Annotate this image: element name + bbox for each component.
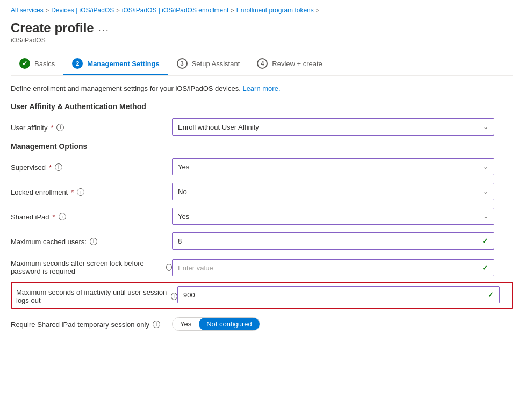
input-screen-lock[interactable]: Enter value ✓ <box>172 259 494 276</box>
required-star-locked: * <box>71 188 74 196</box>
label-locked-enrollment: Locked enrollment * i <box>11 187 172 196</box>
dropdown-locked-enrollment-arrow: ⌄ <box>483 188 489 195</box>
tab-basics-check-icon: ✓ <box>19 58 30 69</box>
toggle-yes-option[interactable]: Yes <box>173 318 199 330</box>
section-user-affinity-header: User Affinity & Authentication Method <box>11 102 513 111</box>
form-row-user-affinity: User affinity * i Enroll without User Af… <box>11 117 513 137</box>
control-user-affinity: Enroll without User Affinity ⌄ <box>172 118 494 136</box>
input-max-cached-users-value: 8 <box>178 237 182 245</box>
info-icon-max-cached-users[interactable]: i <box>90 238 97 245</box>
dropdown-user-affinity-arrow: ⌄ <box>483 123 489 131</box>
label-screen-lock: Maximum seconds after screen lock before… <box>11 256 172 275</box>
highlighted-row-inactivity: Maximum seconds of inactivity until user… <box>11 282 513 309</box>
label-user-affinity: User affinity * i <box>11 123 172 132</box>
control-max-cached-users: 8 ✓ <box>172 232 494 250</box>
learn-more-link[interactable]: Learn more. <box>242 84 280 92</box>
tab-management-label: Management Settings <box>87 60 159 68</box>
breadcrumb-sep-2: > <box>116 7 119 13</box>
label-temp-session: Require Shared iPad temporary session on… <box>11 319 172 329</box>
label-temp-session-text: Require Shared iPad temporary session on… <box>11 321 149 329</box>
description-text: Define enrollment and management setting… <box>11 84 241 92</box>
page-title-row: Create profile ... <box>11 20 513 35</box>
tab-management-number: 2 <box>72 58 83 69</box>
info-icon-temp-session[interactable]: i <box>153 321 160 328</box>
breadcrumb-sep-1: > <box>46 7 49 13</box>
label-max-cached-users-text: Maximum cached users: <box>11 238 87 246</box>
form-row-shared-ipad: Shared iPad * i Yes ⌄ <box>11 207 513 226</box>
control-inactivity: 900 ✓ <box>177 286 500 303</box>
tab-management[interactable]: 2 Management Settings <box>63 53 168 75</box>
dropdown-locked-enrollment-value: No <box>178 188 187 196</box>
breadcrumb-ios-enrollment[interactable]: iOS/iPadOS | iOS/iPadOS enrollment <box>122 6 229 14</box>
breadcrumb: All services > Devices | iOS/iPadOS > iO… <box>11 0 513 18</box>
dropdown-supervised[interactable]: Yes ⌄ <box>172 158 494 175</box>
toggle-not-configured-option[interactable]: Not configured <box>199 318 260 330</box>
dropdown-shared-ipad-value: Yes <box>178 212 189 220</box>
control-locked-enrollment: No ⌄ <box>172 183 494 200</box>
form-row-max-cached-users: Maximum cached users: i 8 ✓ <box>11 231 513 251</box>
input-inactivity-check: ✓ <box>487 290 494 299</box>
info-icon-screen-lock[interactable]: i <box>166 264 172 271</box>
info-icon-user-affinity[interactable]: i <box>56 124 64 131</box>
required-star-user-affinity: * <box>51 124 53 132</box>
tab-review-label: Review + create <box>272 60 322 68</box>
input-screen-lock-check: ✓ <box>482 264 489 272</box>
dropdown-shared-ipad-arrow: ⌄ <box>483 212 489 220</box>
page-subtitle: iOS/iPadOS <box>11 37 513 44</box>
page-title: Create profile <box>11 20 94 35</box>
dropdown-user-affinity[interactable]: Enroll without User Affinity ⌄ <box>172 118 494 136</box>
control-screen-lock: Enter value ✓ <box>172 256 494 276</box>
toggle-temp-session[interactable]: Yes Not configured <box>172 317 260 331</box>
tabs-row: ✓ Basics 2 Management Settings 3 Setup A… <box>11 53 513 76</box>
info-icon-inactivity[interactable]: i <box>171 293 177 300</box>
label-shared-ipad: Shared iPad * i <box>11 212 172 221</box>
page-description: Define enrollment and management setting… <box>11 84 513 92</box>
required-star-supervised: * <box>49 163 52 172</box>
tab-review[interactable]: 4 Review + create <box>248 53 331 75</box>
tab-basics-label: Basics <box>34 60 55 68</box>
label-user-affinity-text: User affinity <box>11 124 47 132</box>
tab-setup-label: Setup Assistant <box>192 60 240 68</box>
breadcrumb-devices-ios[interactable]: Devices | iOS/iPadOS <box>51 6 114 14</box>
info-icon-shared-ipad[interactable]: i <box>59 213 66 220</box>
label-locked-enrollment-text: Locked enrollment <box>11 188 68 196</box>
dropdown-shared-ipad[interactable]: Yes ⌄ <box>172 208 494 225</box>
tab-review-number: 4 <box>257 58 268 69</box>
form-row-supervised: Supervised * i Yes ⌄ <box>11 157 513 176</box>
input-max-cached-users-check: ✓ <box>482 237 489 245</box>
control-shared-ipad: Yes ⌄ <box>172 208 494 225</box>
dropdown-supervised-value: Yes <box>178 163 189 171</box>
input-max-cached-users[interactable]: 8 ✓ <box>172 232 494 250</box>
breadcrumb-sep-4: > <box>316 7 319 13</box>
section-management-options-header: Management Options <box>11 142 513 151</box>
input-inactivity[interactable]: 900 ✓ <box>177 286 500 303</box>
label-shared-ipad-text: Shared iPad <box>11 213 49 221</box>
form-row-locked-enrollment: Locked enrollment * i No ⌄ <box>11 182 513 201</box>
label-inactivity-text: Maximum seconds of inactivity until user… <box>16 288 168 304</box>
label-screen-lock-text: Maximum seconds after screen lock before… <box>11 259 163 275</box>
info-icon-supervised[interactable]: i <box>55 163 62 171</box>
dropdown-user-affinity-value: Enroll without User Affinity <box>178 123 259 131</box>
required-star-shared-ipad: * <box>53 213 55 221</box>
tab-setup[interactable]: 3 Setup Assistant <box>168 53 249 75</box>
label-supervised-text: Supervised <box>11 163 46 172</box>
dropdown-supervised-arrow: ⌄ <box>483 163 489 170</box>
label-max-cached-users: Maximum cached users: i <box>11 237 172 246</box>
form-row-screen-lock: Maximum seconds after screen lock before… <box>11 256 513 276</box>
control-supervised: Yes ⌄ <box>172 158 494 175</box>
dropdown-locked-enrollment[interactable]: No ⌄ <box>172 183 494 200</box>
breadcrumb-all-services[interactable]: All services <box>11 6 44 14</box>
breadcrumb-enrollment-tokens[interactable]: Enrollment program tokens <box>236 6 314 14</box>
control-temp-session: Yes Not configured <box>172 317 494 331</box>
form-row-temp-session: Require Shared iPad temporary session on… <box>11 314 513 333</box>
tab-basics[interactable]: ✓ Basics <box>11 53 63 75</box>
label-inactivity: Maximum seconds of inactivity until user… <box>16 286 177 304</box>
input-screen-lock-placeholder: Enter value <box>178 264 213 272</box>
input-inactivity-value: 900 <box>183 291 195 299</box>
label-supervised: Supervised * i <box>11 162 172 172</box>
breadcrumb-sep-3: > <box>231 7 234 13</box>
tab-setup-number: 3 <box>177 58 188 69</box>
info-icon-locked-enrollment[interactable]: i <box>77 188 84 196</box>
page-menu-button[interactable]: ... <box>98 23 110 34</box>
